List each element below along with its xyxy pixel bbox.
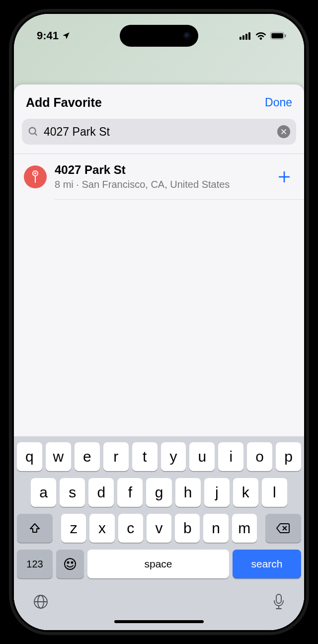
search-input[interactable] <box>44 125 272 139</box>
svg-rect-2 <box>245 34 247 40</box>
key-b[interactable]: b <box>175 514 200 543</box>
keyboard: qwertyuiop asdfghjkl zxcvbnm 123 space s… <box>14 436 304 630</box>
front-camera <box>183 32 191 40</box>
clear-search-button[interactable] <box>277 125 290 138</box>
wifi-icon <box>255 32 266 40</box>
key-s[interactable]: s <box>60 478 85 507</box>
key-m[interactable]: m <box>232 514 257 543</box>
emoji-icon <box>63 557 77 571</box>
svg-point-20 <box>72 562 73 564</box>
key-n[interactable]: n <box>203 514 228 543</box>
key-u[interactable]: u <box>189 442 215 471</box>
backspace-key[interactable] <box>265 514 301 543</box>
search-icon <box>28 126 39 137</box>
svg-point-12 <box>34 172 36 174</box>
numbers-key[interactable]: 123 <box>17 550 53 578</box>
home-indicator[interactable] <box>114 620 204 623</box>
key-c[interactable]: c <box>118 514 143 543</box>
sheet-title: Add Favorite <box>26 95 102 110</box>
key-q[interactable]: q <box>17 442 42 471</box>
key-t[interactable]: t <box>132 442 158 471</box>
location-icon <box>62 31 71 40</box>
add-favorite-sheet: Add Favorite Done 4027 Park St 8 mi · Sa… <box>14 84 304 630</box>
svg-point-18 <box>65 559 76 569</box>
done-button[interactable]: Done <box>265 96 292 109</box>
plus-icon <box>277 170 291 184</box>
search-key[interactable]: search <box>233 550 301 578</box>
space-key[interactable]: space <box>87 550 229 578</box>
key-w[interactable]: w <box>46 442 71 471</box>
dynamic-island <box>120 25 198 47</box>
svg-rect-3 <box>248 32 250 40</box>
search-result-row[interactable]: 4027 Park St 8 mi · San Francisco, CA, U… <box>14 154 304 199</box>
phone-frame: 9:41 Add Favorite Done 4027 Pa <box>9 9 309 635</box>
screen: 9:41 Add Favorite Done 4027 Pa <box>14 14 304 630</box>
key-g[interactable]: g <box>146 478 171 507</box>
key-x[interactable]: x <box>89 514 114 543</box>
result-title: 4027 Park St <box>55 163 266 177</box>
key-o[interactable]: o <box>247 442 272 471</box>
shift-key[interactable] <box>17 514 53 543</box>
sheet-header: Add Favorite Done <box>14 84 304 119</box>
svg-rect-6 <box>285 34 286 37</box>
key-i[interactable]: i <box>218 442 243 471</box>
cellular-icon <box>239 32 251 40</box>
key-f[interactable]: f <box>117 478 143 507</box>
x-icon <box>281 129 287 135</box>
svg-point-19 <box>68 562 69 564</box>
key-d[interactable]: d <box>88 478 114 507</box>
key-v[interactable]: v <box>147 514 171 543</box>
svg-rect-1 <box>242 35 244 40</box>
key-k[interactable]: k <box>233 478 258 507</box>
svg-rect-0 <box>239 37 241 40</box>
svg-point-7 <box>29 128 36 134</box>
key-r[interactable]: r <box>103 442 129 471</box>
divider <box>55 199 304 200</box>
status-time: 9:41 <box>37 29 59 42</box>
globe-icon[interactable] <box>33 594 49 610</box>
dictation-icon[interactable] <box>272 593 285 610</box>
shift-icon <box>29 522 41 534</box>
key-a[interactable]: a <box>31 478 56 507</box>
emoji-key[interactable] <box>56 550 84 578</box>
search-field[interactable] <box>22 119 296 145</box>
key-h[interactable]: h <box>175 478 201 507</box>
key-l[interactable]: l <box>262 478 287 507</box>
backspace-icon <box>276 523 290 534</box>
result-subtitle: 8 mi · San Francisco, CA, United States <box>55 179 266 190</box>
pin-icon <box>24 165 47 188</box>
svg-line-8 <box>35 133 37 136</box>
result-text: 4027 Park St 8 mi · San Francisco, CA, U… <box>55 163 266 190</box>
key-e[interactable]: e <box>75 442 100 471</box>
svg-rect-24 <box>276 594 281 603</box>
svg-rect-5 <box>271 33 283 38</box>
key-y[interactable]: y <box>161 442 186 471</box>
phone-bezel: 9:41 Add Favorite Done 4027 Pa <box>12 12 306 632</box>
key-j[interactable]: j <box>204 478 230 507</box>
key-z[interactable]: z <box>61 514 86 543</box>
add-favorite-button[interactable] <box>274 167 294 187</box>
key-p[interactable]: p <box>276 442 301 471</box>
battery-icon <box>270 32 286 40</box>
